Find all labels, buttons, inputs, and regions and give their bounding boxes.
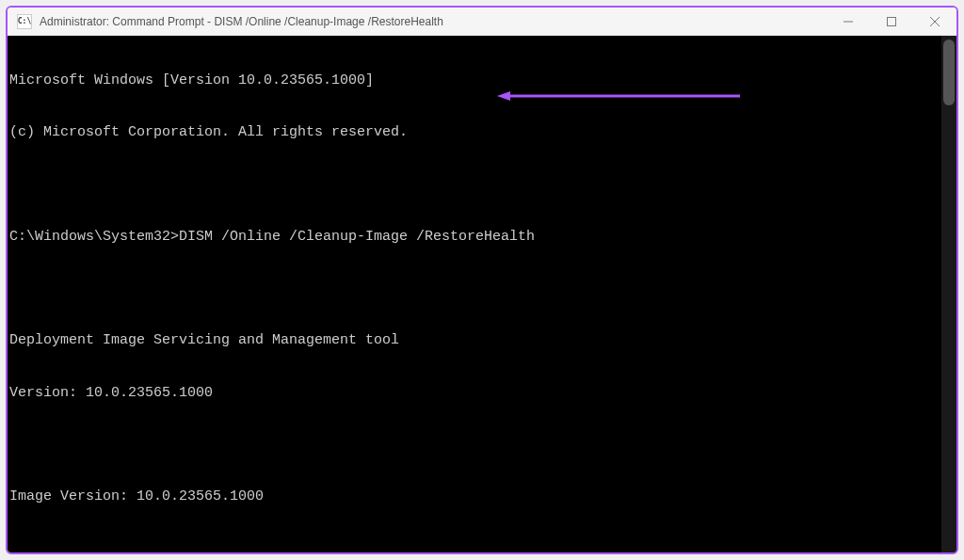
maximize-button[interactable]	[870, 8, 913, 35]
blank-line	[9, 280, 956, 297]
image-version-line: Image Version: 10.0.23565.1000	[9, 488, 956, 505]
version-line: Microsoft Windows [Version 10.0.23565.10…	[9, 72, 956, 89]
svg-rect-1	[888, 17, 896, 25]
window-controls	[827, 8, 956, 35]
blank-line	[9, 437, 956, 454]
prompt-text: C:\Windows\System32>	[9, 229, 179, 245]
command-text: DISM /Online /Cleanup-Image /RestoreHeal…	[179, 229, 535, 245]
copyright-line: (c) Microsoft Corporation. All rights re…	[9, 124, 956, 141]
close-button[interactable]	[913, 8, 956, 35]
command-line: C:\Windows\System32>DISM /Online /Cleanu…	[9, 229, 956, 246]
cmd-icon: C:\	[17, 14, 32, 29]
window-title: Administrator: Command Prompt - DISM /On…	[40, 15, 827, 28]
titlebar[interactable]: C:\ Administrator: Command Prompt - DISM…	[8, 8, 956, 36]
minimize-button[interactable]	[827, 8, 870, 35]
tool-version-line: Version: 10.0.23565.1000	[9, 385, 956, 402]
tool-name-line: Deployment Image Servicing and Managemen…	[9, 332, 956, 349]
blank-line	[9, 541, 956, 552]
scrollbar-thumb[interactable]	[943, 40, 955, 105]
scrollbar[interactable]	[941, 36, 956, 552]
terminal-output: Microsoft Windows [Version 10.0.23565.10…	[8, 36, 956, 552]
terminal[interactable]: Microsoft Windows [Version 10.0.23565.10…	[8, 36, 956, 552]
window: C:\ Administrator: Command Prompt - DISM…	[6, 6, 958, 554]
blank-line	[9, 177, 956, 194]
